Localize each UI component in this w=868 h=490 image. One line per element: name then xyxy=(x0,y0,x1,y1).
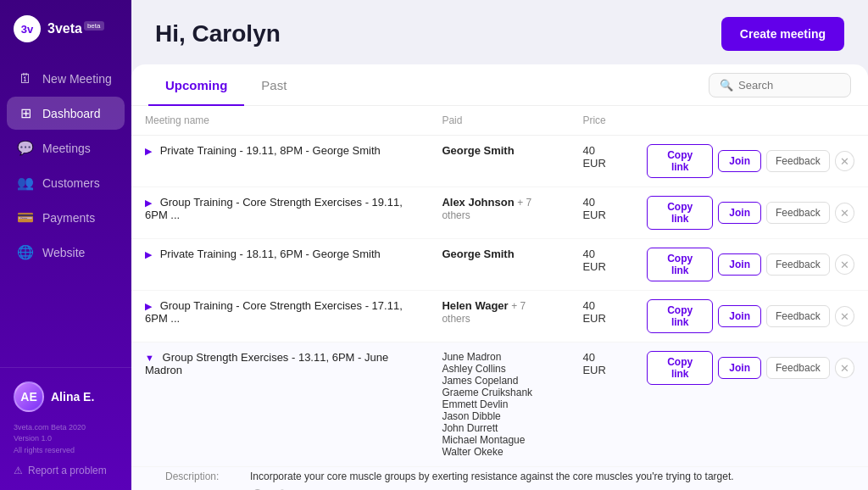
action-buttons: Copy link Join Feedback ✕ xyxy=(647,351,854,385)
content-area: Upcoming Past 🔍 Meeting name Paid Price xyxy=(131,64,868,490)
report-problem-label: Report a problem xyxy=(28,465,107,476)
join-button[interactable]: Join xyxy=(718,305,761,327)
report-problem-button[interactable]: ⚠ Report a problem xyxy=(14,465,118,476)
sidebar-item-dashboard[interactable]: ⊞ Dashboard xyxy=(7,97,125,130)
meeting-name: Private Training - 18.11, 6PM - George S… xyxy=(160,248,381,260)
action-buttons: Copy link Join Feedback ✕ xyxy=(647,196,854,230)
join-button[interactable]: Join xyxy=(718,253,761,276)
actions-cell: Copy link Join Feedback ✕ xyxy=(633,342,868,467)
copy-link-button[interactable]: Copy link xyxy=(647,196,713,230)
table-row: ▶ Group Training - Core Strength Exercis… xyxy=(131,291,868,342)
copy-link-button[interactable]: Copy link xyxy=(647,351,713,385)
meeting-name: Private Training - 19.11, 8PM - George S… xyxy=(160,144,381,157)
customers-icon: 👥 xyxy=(17,175,34,191)
col-meeting-name: Meeting name xyxy=(131,106,428,136)
close-button[interactable]: ✕ xyxy=(835,203,854,223)
chevron-right-icon[interactable]: ▶ xyxy=(145,249,152,259)
sidebar-item-meetings[interactable]: 💬 Meetings xyxy=(7,131,125,164)
col-paid: Paid xyxy=(428,106,569,136)
new-meeting-icon: 🗓 xyxy=(17,71,34,86)
meeting-name: Group Training - Core Strength Exercises… xyxy=(145,299,403,325)
meeting-name-cell: ▶ Group Training - Core Strength Exercis… xyxy=(131,187,428,239)
feedback-button[interactable]: Feedback xyxy=(766,150,830,172)
sidebar-item-label: Dashboard xyxy=(42,107,101,120)
sidebar-item-label: Payments xyxy=(42,211,95,225)
paid-cell: June MadronAshley CollinsJames CopelandG… xyxy=(428,342,569,467)
expanded-detail-cell: Description: Incorporate your core muscl… xyxy=(131,467,868,491)
tabs-row: Upcoming Past 🔍 xyxy=(131,64,868,106)
website-icon: 🌐 xyxy=(17,244,34,260)
alert-icon: ⚠ xyxy=(14,465,23,476)
meeting-name-cell: ▶ Group Training - Core Strength Exercis… xyxy=(131,291,428,342)
sidebar-item-label: Website xyxy=(42,246,85,259)
search-input[interactable] xyxy=(738,79,840,92)
meeting-name-cell: ▶ Private Training - 19.11, 8PM - George… xyxy=(131,136,428,187)
sidebar: 3v 3vetabeta 🗓 New Meeting ⊞ Dashboard 💬… xyxy=(0,0,131,490)
price-cell: 40 EUR xyxy=(569,342,633,467)
sidebar-item-payments[interactable]: 💳 Payments xyxy=(7,201,125,234)
sidebar-item-label: New Meeting xyxy=(42,72,112,86)
chevron-right-icon[interactable]: ▶ xyxy=(145,301,152,311)
join-button[interactable]: Join xyxy=(718,357,761,379)
sidebar-item-label: Meetings xyxy=(42,142,91,155)
feedback-button[interactable]: Feedback xyxy=(766,357,830,379)
sidebar-nav: 🗓 New Meeting ⊞ Dashboard 💬 Meetings 👥 C… xyxy=(0,63,131,367)
paid-cell: Helen Wager + 7 others xyxy=(428,291,569,342)
sidebar-item-new-meeting[interactable]: 🗓 New Meeting xyxy=(7,63,125,95)
join-button[interactable]: Join xyxy=(718,202,761,224)
join-button[interactable]: Join xyxy=(718,150,761,172)
meetings-table-wrap: Meeting name Paid Price ▶ Private Traini… xyxy=(131,106,868,490)
col-actions xyxy=(633,106,868,136)
sidebar-item-customers[interactable]: 👥 Customers xyxy=(7,166,125,199)
feedback-button[interactable]: Feedback xyxy=(766,305,830,327)
feedback-button[interactable]: Feedback xyxy=(766,253,830,276)
meeting-name: Group Training - Core Strength Exercises… xyxy=(145,196,403,221)
avatar: AE xyxy=(14,381,44,412)
main-content: Hi, Carolyn Create meeting Upcoming Past… xyxy=(131,0,868,490)
logo-icon: 3v xyxy=(14,15,41,42)
app-name: 3veta xyxy=(47,21,82,36)
copy-link-button[interactable]: Copy link xyxy=(647,248,713,281)
dashboard-icon: ⊞ xyxy=(17,105,34,121)
chevron-right-icon[interactable]: ▶ xyxy=(145,146,152,156)
paid-cell: Alex Johnson + 7 others xyxy=(428,187,569,239)
meeting-name-cell: ▶ Private Training - 18.11, 6PM - George… xyxy=(131,239,428,291)
payments-icon: 💳 xyxy=(17,209,34,226)
table-row-expanded: ▼ Group Strength Exercises - 13.11, 6PM … xyxy=(131,342,868,467)
tab-upcoming[interactable]: Upcoming xyxy=(148,64,244,106)
price-cell: 40 EUR xyxy=(569,239,633,291)
paid-name: George Smith xyxy=(442,248,514,260)
user-name: Alina E. xyxy=(51,390,94,404)
table-row: ▶ Private Training - 18.11, 6PM - George… xyxy=(131,239,868,291)
description-label: Description: xyxy=(165,471,250,482)
description-value: Incorporate your core muscle groups by e… xyxy=(250,471,854,482)
copy-link-button[interactable]: Copy link xyxy=(647,144,713,178)
expanded-detail-row: Description: Incorporate your core muscl… xyxy=(131,467,868,491)
actions-cell: Copy link Join Feedback ✕ xyxy=(633,291,868,342)
col-price: Price xyxy=(569,106,633,136)
search-icon: 🔍 xyxy=(720,79,733,92)
close-button[interactable]: ✕ xyxy=(835,306,854,326)
action-buttons: Copy link Join Feedback ✕ xyxy=(647,144,854,178)
action-buttons: Copy link Join Feedback ✕ xyxy=(647,248,854,281)
copy-link-button[interactable]: Copy link xyxy=(647,299,713,333)
logo: 3v 3vetabeta xyxy=(0,0,131,63)
chevron-down-icon[interactable]: ▼ xyxy=(145,353,154,363)
sidebar-footer: AE Alina E. 3veta.com Beta 2020Version 1… xyxy=(0,367,131,491)
page-title: Hi, Carolyn xyxy=(155,20,281,47)
chevron-right-icon[interactable]: ▶ xyxy=(145,198,152,208)
feedback-button[interactable]: Feedback xyxy=(766,202,830,224)
sidebar-item-website[interactable]: 🌐 Website xyxy=(7,236,125,269)
footer-meta: 3veta.com Beta 2020Version 1.0All rights… xyxy=(14,422,118,457)
paid-name: George Smith xyxy=(442,144,514,157)
tab-past[interactable]: Past xyxy=(244,64,303,106)
actions-cell: Copy link Join Feedback ✕ xyxy=(633,187,868,239)
beta-badge: beta xyxy=(84,21,104,31)
close-button[interactable]: ✕ xyxy=(835,254,854,275)
close-button[interactable]: ✕ xyxy=(835,151,854,171)
close-button[interactable]: ✕ xyxy=(835,358,854,378)
user-info: AE Alina E. xyxy=(14,381,118,412)
create-meeting-button[interactable]: Create meeting xyxy=(721,17,844,51)
actions-cell: Copy link Join Feedback ✕ xyxy=(633,136,868,187)
paid-name: Alex Johnson xyxy=(442,196,514,209)
